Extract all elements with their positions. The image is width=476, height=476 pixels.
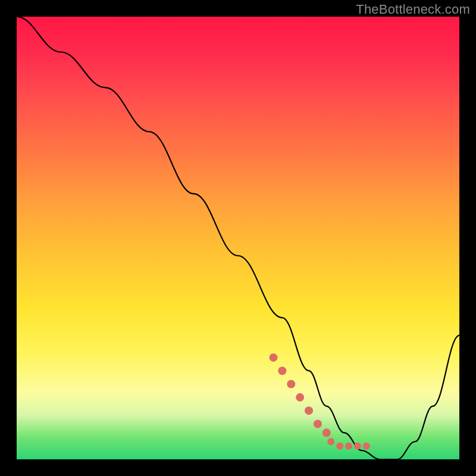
highlight-dot	[296, 393, 304, 402]
bottleneck-highlight	[270, 353, 370, 450]
highlight-dot	[287, 380, 295, 389]
highlight-dot	[305, 406, 313, 415]
chart-plot-area	[17, 17, 459, 459]
highlight-dot	[322, 428, 331, 437]
highlight-dot	[270, 353, 278, 362]
highlight-dot	[354, 443, 361, 450]
highlight-dot	[278, 367, 286, 375]
highlight-dot	[345, 443, 352, 450]
highlight-dot	[314, 419, 322, 428]
watermark-text: TheBottleneck.com	[356, 2, 470, 17]
chart-svg	[17, 17, 459, 459]
highlight-dot	[363, 443, 370, 450]
highlight-dot	[327, 438, 334, 445]
chart-frame: TheBottleneck.com	[0, 0, 476, 476]
highlight-dot	[336, 443, 343, 450]
bottleneck-curve	[17, 17, 459, 459]
